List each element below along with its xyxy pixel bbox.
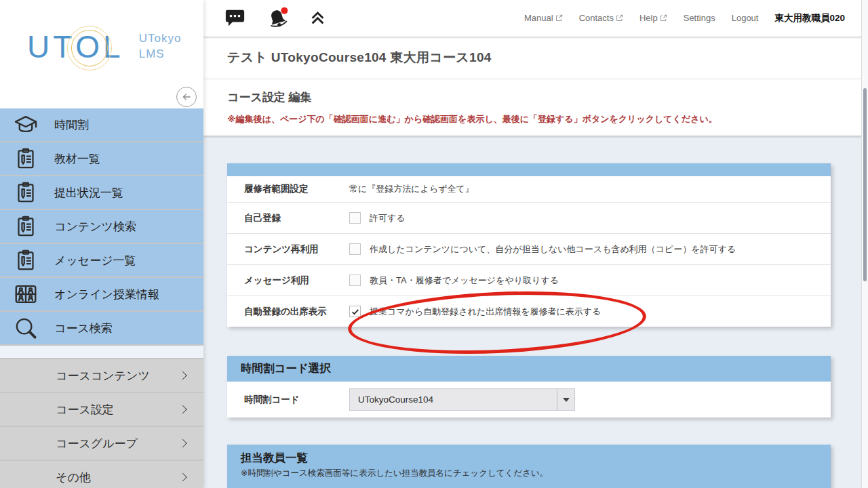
settings-row-self-registration: 自己登録許可する: [227, 202, 831, 233]
sidebar-item-submission-status[interactable]: 提出状況一覧: [0, 176, 203, 209]
chevrons-up-icon: [309, 9, 327, 27]
sidebar-item-label: コースグループ: [56, 436, 138, 451]
logo-area: UTOL UTokyo LMS: [0, 0, 203, 108]
setting-label: 自動登録の出席表示: [227, 306, 349, 318]
sidebar-item-course-group[interactable]: コースグループ: [0, 427, 203, 460]
clipboard-icon: [12, 145, 39, 172]
timetable-code-title: 時間割コード選択: [241, 362, 331, 374]
sidebar-item-label: 提出状況一覧: [54, 185, 123, 201]
setting-label: メッセージ利用: [227, 274, 349, 287]
topbar-link-logout[interactable]: Logout: [732, 13, 759, 23]
topbar-link-manual[interactable]: Manual: [524, 13, 563, 23]
page-scrollbar[interactable]: [861, 0, 868, 488]
setting-value: 教員・TA・履修者でメッセージをやり取りする: [349, 274, 566, 287]
clipboard-icon: [12, 213, 39, 240]
content-reuse-checkbox[interactable]: [349, 243, 361, 255]
setting-value: 常に『登録方法によらず全て』: [349, 183, 481, 195]
external-link-icon: [555, 14, 563, 22]
course-title-band: テスト UTokyoCourse104 東大用コース104: [203, 37, 868, 79]
topbar-links: ManualContactsHelpSettingsLogout東大用教職員02…: [524, 12, 868, 24]
topbar-link-contacts[interactable]: Contacts: [579, 13, 623, 23]
settings-row-auto-attendance-display: 自動登録の出席表示授業コマから自動登録された出席情報を履修者に表示する: [227, 296, 831, 327]
timetable-code-row: 時間割コード UTokyoCourse104: [227, 382, 831, 418]
auto-attendance-display-checkbox[interactable]: [349, 306, 361, 317]
page-title: テスト UTokyoCourse104 東大用コース104: [227, 49, 492, 66]
dropdown-arrow-button[interactable]: [557, 389, 574, 410]
graduation-cap-icon: [12, 111, 39, 138]
timetable-code-header: 時間割コード選択: [227, 356, 831, 382]
topbar-notifications-button[interactable]: [265, 6, 290, 30]
sidebar-item-label: コース検索: [54, 321, 113, 336]
sidebar-item-label: オンライン授業情報: [54, 287, 159, 302]
topbar-link-settings[interactable]: Settings: [684, 13, 715, 23]
sidebar-collapse-button[interactable]: [176, 87, 197, 107]
timetable-code-dropdown[interactable]: UTokyoCourse104: [349, 388, 575, 411]
dropdown-selected-value: UTokyoCourse104: [350, 394, 557, 405]
topbar-messages-button[interactable]: [224, 8, 246, 28]
content-area: 履修者範囲設定常に『登録方法によらず全て』自己登録許可するコンテンツ再利用作成し…: [203, 136, 868, 488]
bell-icon: [265, 6, 290, 30]
sidebar-item-course-search[interactable]: コース検索: [0, 312, 203, 344]
setting-value-text: 教員・TA・履修者でメッセージをやり取りする: [370, 274, 559, 287]
sidebar-item-timetable[interactable]: 時間割: [0, 108, 203, 141]
logo-subtitle: UTokyo LMS: [139, 31, 182, 62]
teachers-section: 担当教員一覧 ※時間割やコース検索画面等に表示したい担当教員名にチェックしてくだ…: [227, 445, 831, 488]
teachers-note: ※時間割やコース検索画面等に表示したい担当教員名にチェックしてください。: [241, 468, 817, 479]
settings-rows: 履修者範囲設定常に『登録方法によらず全て』自己登録許可するコンテンツ再利用作成し…: [227, 176, 831, 327]
arrow-left-icon: [180, 91, 193, 103]
setting-value: 授業コマから自動登録された出席情報を履修者に表示する: [349, 306, 608, 318]
edit-warning-note: ※編集後は、ページ下の「確認画面に進む」から確認画面を表示し、最後に「登録する」…: [227, 113, 868, 125]
chevron-right-icon: [178, 405, 187, 414]
utol-lms-app: UTOL UTokyo LMS 時間割教材一覧提出状況一覧コンテンツ検索メッセー…: [0, 0, 868, 488]
setting-label: 自己登録: [227, 212, 349, 224]
topbar-link-help[interactable]: Help: [639, 13, 667, 23]
timetable-code-value: UTokyoCourse104: [349, 388, 582, 411]
main-area: ManualContactsHelpSettingsLogout東大用教職員02…: [203, 0, 868, 488]
sidebar-item-course-contents[interactable]: コースコンテンツ: [0, 359, 203, 392]
sidebar-item-label: コンテンツ検索: [54, 219, 136, 235]
settings-row-message-use: メッセージ利用教員・TA・履修者でメッセージをやり取りする: [227, 264, 831, 296]
timetable-code-label: 時間割コード: [227, 394, 349, 406]
topbar-link-label: Contacts: [579, 13, 614, 23]
setting-value-text: 常に『登録方法によらず全て』: [349, 183, 474, 195]
self-registration-checkbox[interactable]: [349, 212, 361, 224]
topbar-link-label: Logout: [732, 13, 759, 23]
sidebar-item-label: コースコンテンツ: [56, 368, 150, 384]
setting-label: コンテンツ再利用: [227, 243, 349, 256]
teachers-title: 担当教員一覧: [241, 451, 817, 466]
sidebar-item-course-settings[interactable]: コース設定: [0, 393, 203, 426]
sidebar-divider-strip: [0, 346, 203, 358]
topbar-icons: [224, 6, 327, 30]
chevron-right-icon: [178, 371, 187, 380]
sidebar-item-others[interactable]: その他: [0, 461, 203, 488]
topbar-link-label: Settings: [684, 13, 715, 23]
settings-row-enrollee-scope: 履修者範囲設定常に『登録方法によらず全て』: [227, 176, 831, 202]
chevron-right-icon: [178, 439, 187, 448]
sidebar-item-materials[interactable]: 教材一覧: [0, 142, 203, 175]
topbar-link-label: Manual: [524, 13, 553, 23]
settings-table-header-bar: [227, 163, 831, 176]
topbar-link-label: Help: [639, 13, 658, 23]
sidebar-item-label: 教材一覧: [54, 151, 100, 167]
setting-value: 作成したコンテンツについて、自分が担当しない他コースも含め利用（コピー）を許可す…: [349, 243, 743, 256]
username: 東大用教職員020: [774, 12, 845, 24]
sidebar-item-message-list[interactable]: メッセージ一覧: [0, 244, 203, 277]
caret-down-icon: [563, 398, 570, 402]
sidebar-item-label: その他: [56, 470, 91, 485]
scrollbar-thumb[interactable]: [863, 88, 867, 281]
sidebar-item-online-class-info[interactable]: オンライン授業情報: [0, 278, 203, 310]
online-class-icon: [12, 281, 39, 308]
setting-value-text: 作成したコンテンツについて、自分が担当しない他コースも含め利用（コピー）を許可す…: [370, 243, 736, 256]
sidebar-menu: 時間割教材一覧提出状況一覧コンテンツ検索メッセージ一覧オンライン授業情報コース検…: [0, 108, 203, 344]
section-title: コース設定 編集: [227, 89, 868, 105]
message-use-checkbox[interactable]: [349, 274, 361, 286]
logo-text: UTOL: [27, 28, 124, 65]
external-link-icon: [660, 14, 667, 22]
settings-row-content-reuse: コンテンツ再利用作成したコンテンツについて、自分が担当しない他コースも含め利用（…: [227, 233, 831, 264]
teachers-header: 担当教員一覧 ※時間割やコース検索画面等に表示したい担当教員名にチェックしてくだ…: [227, 445, 831, 488]
sidebar-item-label: コース設定: [56, 402, 114, 418]
chevron-right-icon: [178, 473, 187, 482]
setting-value-text: 許可する: [370, 212, 406, 224]
topbar-collapse-button[interactable]: [309, 9, 327, 27]
sidebar-item-content-search[interactable]: コンテンツ検索: [0, 210, 203, 243]
